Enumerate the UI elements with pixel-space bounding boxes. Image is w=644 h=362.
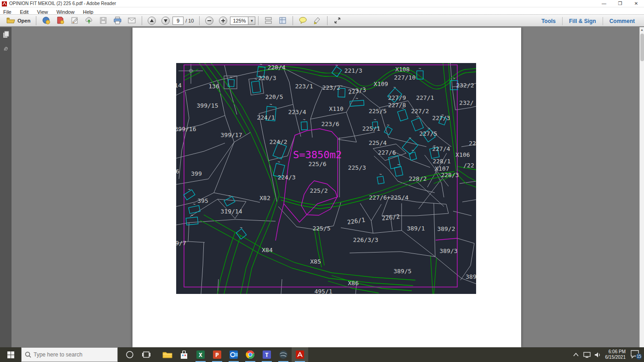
close-button[interactable]: ✕ bbox=[628, 0, 644, 7]
parcel-label: 14 bbox=[176, 82, 182, 89]
vertical-scrollbar[interactable]: ▲ bbox=[639, 27, 644, 347]
send-cloud-icon bbox=[42, 16, 51, 25]
parcel-label: 227/6+225/4 bbox=[369, 194, 408, 201]
fit-page-button[interactable] bbox=[276, 16, 290, 26]
svg-text:X: X bbox=[199, 351, 202, 358]
fill-sign-button[interactable]: Fill & Sign bbox=[563, 18, 603, 24]
export-pdf-icon bbox=[56, 16, 65, 25]
building-mark: ~ bbox=[260, 63, 263, 67]
building-mark: ~ bbox=[409, 136, 412, 140]
page-number-input[interactable] bbox=[172, 17, 184, 25]
teams-button[interactable]: T bbox=[259, 347, 275, 362]
acrobat-button[interactable] bbox=[292, 347, 308, 362]
network-display-icon bbox=[583, 352, 591, 358]
zoom-out-button[interactable] bbox=[202, 16, 216, 26]
search-icon bbox=[22, 351, 34, 358]
outlook-button[interactable] bbox=[225, 347, 242, 362]
taskbar-clock[interactable]: 6:06 PM 6/15/2021 bbox=[604, 349, 630, 360]
building-mark: ~ bbox=[387, 123, 390, 127]
page-thumbnails-icon[interactable] bbox=[3, 31, 10, 38]
network-status[interactable] bbox=[581, 347, 592, 362]
open-folder-icon bbox=[6, 16, 15, 25]
arrow-down-icon bbox=[163, 18, 168, 23]
comment-panel-button[interactable]: Comment bbox=[603, 18, 641, 24]
acrobat-icon bbox=[295, 350, 305, 359]
parcel-label: 225/1 bbox=[362, 125, 380, 132]
parcel-label: X86 bbox=[348, 280, 358, 287]
excel-icon: X bbox=[196, 350, 205, 359]
toolbar-separator bbox=[142, 16, 142, 25]
highlight-button[interactable] bbox=[310, 16, 324, 26]
parcel-label: 220/5 bbox=[265, 93, 283, 100]
next-page-button[interactable] bbox=[159, 16, 172, 26]
chrome-button[interactable] bbox=[242, 347, 259, 362]
parcel-label: X107 bbox=[435, 165, 449, 172]
fit-page-icon bbox=[278, 16, 287, 25]
powerpoint-button[interactable]: P bbox=[209, 347, 225, 362]
parcel-label: 225/5 bbox=[368, 108, 386, 115]
scrollbar-thumb[interactable] bbox=[640, 34, 644, 61]
parcel-label: 227/1 bbox=[416, 94, 434, 101]
document-pane[interactable]: ~~~~~~~~~~~~~~~~~~~~~~~~~~~~~~ 14136220/… bbox=[12, 27, 639, 347]
share-upload-button[interactable] bbox=[82, 16, 96, 26]
cadastral-map: ~~~~~~~~~~~~~~~~~~~~~~~~~~~~~~ 14136220/… bbox=[176, 63, 476, 294]
arrow-up-icon bbox=[150, 18, 154, 23]
minimize-button[interactable]: — bbox=[596, 0, 612, 7]
previous-page-button[interactable] bbox=[145, 16, 159, 26]
minus-icon bbox=[207, 18, 212, 23]
parcel-label: 228/1 bbox=[432, 158, 450, 165]
parcel-label: 495/1 bbox=[314, 288, 332, 294]
taskbar-search[interactable] bbox=[21, 347, 118, 362]
fullscreen-button[interactable] bbox=[330, 16, 345, 26]
plus-icon bbox=[221, 18, 225, 23]
building-mark: ~ bbox=[412, 148, 414, 153]
parcel-label: X109 bbox=[374, 80, 388, 87]
zoom-level-value[interactable]: 125% bbox=[230, 17, 248, 25]
fit-width-button[interactable] bbox=[261, 16, 276, 26]
parcel-label: 227/3 bbox=[432, 115, 450, 121]
earth-button[interactable] bbox=[275, 347, 292, 362]
save-button[interactable] bbox=[96, 16, 110, 26]
parcel-label: 399/15 bbox=[197, 102, 218, 109]
send-file-button[interactable] bbox=[39, 16, 53, 26]
search-input[interactable] bbox=[34, 351, 112, 358]
parcel-label: 319/14 bbox=[221, 208, 242, 215]
parcel-label: 225/5 bbox=[312, 225, 330, 232]
title-bar: OPINION FIT MEKOIL (2) 225 6.pdf - Adobe… bbox=[0, 0, 644, 7]
building-mark: ~ bbox=[453, 76, 455, 80]
file-explorer-button[interactable] bbox=[159, 347, 176, 362]
email-button[interactable] bbox=[125, 16, 139, 26]
parcel-label: 223/6 bbox=[321, 121, 339, 127]
comment-bubble-button[interactable] bbox=[296, 16, 310, 26]
scroll-up-arrow-icon[interactable]: ▲ bbox=[640, 28, 644, 31]
tray-expand-button[interactable] bbox=[570, 347, 581, 362]
open-button[interactable]: Open bbox=[4, 16, 33, 26]
sign-button[interactable] bbox=[68, 16, 82, 26]
area-label: S=3850m2 bbox=[293, 149, 342, 161]
tools-button[interactable]: Tools bbox=[535, 18, 562, 24]
building-mark: ~ bbox=[278, 160, 281, 164]
parcel-label: 221/3 bbox=[344, 67, 362, 74]
parcel-label: 225/4 bbox=[368, 139, 386, 146]
parcel-label: 225/3 bbox=[348, 164, 366, 171]
cortana-button[interactable] bbox=[121, 347, 138, 362]
parcel-label: 389/3 bbox=[439, 247, 457, 254]
excel-button[interactable]: X bbox=[192, 347, 209, 362]
volume-status[interactable] bbox=[592, 347, 604, 362]
maximize-button[interactable]: ❐ bbox=[612, 0, 628, 7]
export-pdf-button[interactable] bbox=[53, 16, 68, 26]
print-button[interactable] bbox=[110, 16, 125, 26]
parcel-label: 224/3 bbox=[277, 174, 295, 181]
parcel-label: 227/8 bbox=[388, 102, 406, 109]
task-view-button[interactable] bbox=[138, 347, 155, 362]
building-mark: ~ bbox=[191, 213, 194, 218]
attachments-icon[interactable] bbox=[3, 45, 10, 53]
fit-width-icon bbox=[264, 16, 273, 25]
start-icon bbox=[7, 351, 14, 358]
action-center-button[interactable]: 15 bbox=[629, 347, 643, 362]
store-button[interactable] bbox=[176, 347, 192, 362]
zoom-in-button[interactable] bbox=[216, 16, 230, 26]
parcel-label: X106 bbox=[455, 151, 470, 158]
start-button[interactable] bbox=[0, 347, 21, 362]
zoom-dropdown-arrow[interactable]: ▼ bbox=[248, 17, 255, 25]
